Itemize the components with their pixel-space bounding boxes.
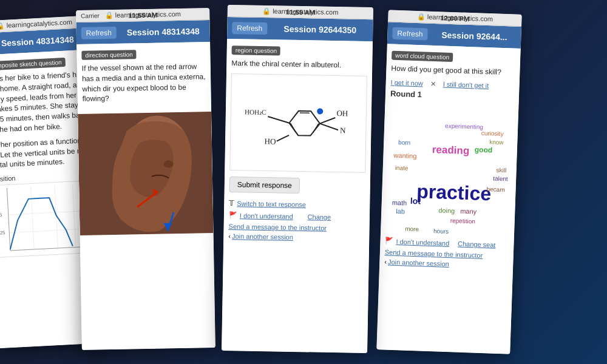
question-badge-3: region question xyxy=(232,46,281,55)
refresh-button-2[interactable]: Refresh xyxy=(81,27,117,39)
svg-text:repetition: repetition xyxy=(450,217,475,224)
svg-line-4 xyxy=(31,187,34,249)
svg-text:born: born xyxy=(398,139,410,146)
switch-to-text-link-3[interactable]: Switch to text response xyxy=(237,200,306,208)
svg-text:experimenting: experimenting xyxy=(445,123,483,130)
flag-icon-4: 🚩 xyxy=(385,237,393,245)
choice1-link-4[interactable]: I get it now xyxy=(390,79,423,87)
svg-line-24 xyxy=(320,117,335,124)
svg-text:practice: practice xyxy=(416,180,492,204)
question-badge-1: composite sketch question xyxy=(0,58,66,71)
screen-body-inner-3: region question Mark the chiral center i… xyxy=(223,39,373,249)
svg-text:talent: talent xyxy=(493,175,508,182)
svg-text:5: 5 xyxy=(0,212,2,218)
choice-separator-4: ✕ xyxy=(430,80,436,88)
dont-understand-link-4[interactable]: I don't understand xyxy=(396,238,449,247)
svg-text:lab: lab xyxy=(396,207,405,215)
svg-text:know: know xyxy=(489,138,504,146)
question-badge-2: direction question xyxy=(81,50,137,60)
svg-marker-16 xyxy=(289,110,320,135)
screen-body-inner-4: word cloud question How did you get good… xyxy=(379,44,521,277)
svg-text:HOH₂C: HOH₂C xyxy=(245,108,266,116)
time-4: 12:00 PM xyxy=(440,14,469,22)
question-text-4: How did you get good at this skill? xyxy=(391,64,515,78)
status-bar-3: 11:55 AM 🔒 learningcatalytics.com xyxy=(228,5,373,19)
screen-body-4: word cloud question How did you get good… xyxy=(376,44,520,354)
svg-text:lot: lot xyxy=(410,196,421,206)
svg-line-27 xyxy=(320,123,338,130)
session-title-1: Session 48314348 xyxy=(0,34,85,49)
text-icon-3: 𝕋 xyxy=(229,199,234,207)
switch-row-3: 𝕋 Switch to text response xyxy=(229,198,365,211)
join-session-link-3[interactable]: Join another session xyxy=(232,232,293,241)
change-seat-label-4: Change seat xyxy=(458,240,496,248)
dont-understand-row-4: 🚩 I don't understand Change seat xyxy=(385,236,509,250)
svg-point-25 xyxy=(317,108,323,114)
domain-1: 🔒 learningcatalytics.com xyxy=(0,18,72,30)
svg-text:doing: doing xyxy=(438,206,455,214)
svg-text:many: many xyxy=(460,207,477,215)
time-3: 11:55 AM xyxy=(286,8,315,16)
screen-body-inner-2: direction question If the vessel shown a… xyxy=(76,42,211,114)
status-bar-2: Carrier 11:55 AM 🔒 learningcatalytics.co… xyxy=(76,8,209,22)
svg-text:good: good xyxy=(475,145,493,154)
svg-text:N: N xyxy=(340,126,346,135)
nav-bar-2: Refresh Session 48314348 xyxy=(76,20,210,44)
svg-text:more: more xyxy=(405,225,419,232)
word-cloud-svg-4: practice reading experimenting curiosity… xyxy=(388,103,514,238)
back-icon-3: ‹ xyxy=(228,232,231,240)
screen-body-2: direction question If the vessel shown a… xyxy=(76,42,215,350)
refresh-button-4[interactable]: Refresh xyxy=(392,27,428,41)
session-title-3: Session 92644350 xyxy=(272,24,368,35)
question-text-1: rides her bike to a friend's hom home. A… xyxy=(0,69,90,135)
session-title-2: Session 48314348 xyxy=(121,26,205,37)
carrier-2: Carrier xyxy=(81,12,100,19)
svg-text:HO: HO xyxy=(264,136,276,146)
session-title-4: Session 92644... xyxy=(432,30,516,42)
join-session-link-4[interactable]: Join another session xyxy=(388,258,449,268)
phone-screen-4: 12:00 PM 🔒 learningcatalytics.com Refres… xyxy=(376,10,521,354)
word-cloud-4: practice reading experimenting curiosity… xyxy=(385,100,514,238)
question-text-3: Mark the chiral center in albuterol. xyxy=(231,58,367,71)
svg-line-1 xyxy=(10,246,91,251)
join-session-row-3: ‹ Join another session xyxy=(228,231,364,243)
svg-text:math: math xyxy=(392,199,407,207)
flag-icon-3: 🚩 xyxy=(229,211,237,219)
svg-line-19 xyxy=(313,123,319,132)
phone-screen-2: Carrier 11:55 AM 🔒 learningcatalytics.co… xyxy=(76,8,215,350)
svg-text:skill: skill xyxy=(497,167,507,174)
send-message-link-3[interactable]: Send a message to the instructor xyxy=(229,223,365,232)
svg-text:.25: .25 xyxy=(0,230,5,236)
dont-understand-link-3[interactable]: I don't understand xyxy=(240,212,293,220)
anatomy-image-2 xyxy=(78,112,213,235)
svg-text:curiosity: curiosity xyxy=(481,130,504,137)
back-icon-4: ‹ xyxy=(384,258,387,265)
svg-text:reading: reading xyxy=(432,144,470,157)
svg-text:hours: hours xyxy=(433,228,449,235)
svg-text:becam: becam xyxy=(486,186,504,193)
svg-line-3 xyxy=(9,229,90,233)
time-2: 11:55 AM xyxy=(128,11,157,19)
screen-body-3: region question Mark the chiral center i… xyxy=(222,39,373,353)
svg-text:OH: OH xyxy=(336,109,348,118)
phone-screen-3: 11:55 AM 🔒 learningcatalytics.com Refres… xyxy=(222,5,373,353)
change-label-3: Change xyxy=(308,213,331,221)
round-label-4: Round 1 xyxy=(390,89,514,102)
svg-line-20 xyxy=(277,135,289,141)
dont-understand-row-3: 🚩 I don't understand Change xyxy=(229,211,365,223)
svg-line-18 xyxy=(290,123,296,132)
refresh-button-3[interactable]: Refresh xyxy=(232,22,267,35)
question-text-2: If the vessel shown at the red arrow has… xyxy=(82,61,206,104)
screenshot-container: 🔒 learningcatalytics.com Session 4831434… xyxy=(0,0,607,364)
svg-line-22 xyxy=(268,116,289,123)
svg-text:inate: inate xyxy=(395,164,409,172)
nav-bar-3: Refresh Session 92644350 xyxy=(227,17,373,41)
submit-response-button-3[interactable]: Submit response xyxy=(229,177,300,194)
molecule-svg-3: HO HOH₂C OH N xyxy=(230,74,367,172)
question-badge-4: word cloud question xyxy=(392,51,453,62)
svg-line-6 xyxy=(72,185,75,248)
anatomy-svg-2 xyxy=(78,112,213,235)
svg-line-0 xyxy=(7,188,10,251)
submit-area-3: Submit response xyxy=(229,174,366,197)
choice2-link-4[interactable]: I still don't get it xyxy=(443,81,489,90)
